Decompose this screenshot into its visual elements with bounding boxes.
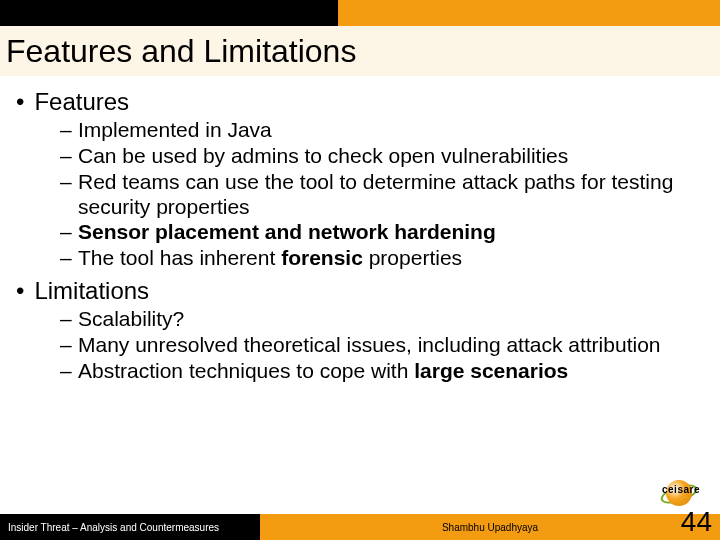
list-item: Can be used by admins to check open vuln… bbox=[60, 144, 704, 169]
slide-title: Features and Limitations bbox=[6, 33, 356, 70]
list-item: Abstraction techniques to cope with larg… bbox=[60, 359, 704, 384]
text-segment: Scalability? bbox=[78, 307, 184, 330]
text-segment: Abstraction techniques to cope with bbox=[78, 359, 414, 382]
text-segment: The tool has inherent bbox=[78, 246, 281, 269]
list-item: Red teams can use the tool to determine … bbox=[60, 170, 704, 220]
text-segment: properties bbox=[363, 246, 462, 269]
sub-list: Implemented in JavaCan be used by admins… bbox=[60, 118, 704, 271]
title-band: Features and Limitations bbox=[0, 26, 720, 76]
text-segment: forensic bbox=[281, 246, 363, 269]
list-item: Many unresolved theoretical issues, incl… bbox=[60, 333, 704, 358]
top-bar bbox=[0, 0, 720, 26]
list-item: The tool has inherent forensic propertie… bbox=[60, 246, 704, 271]
section-heading: Features bbox=[16, 88, 704, 116]
footer-author: Shambhu Upadhyaya bbox=[260, 522, 720, 533]
logo: ceisare bbox=[662, 476, 708, 510]
list-item: Implemented in Java bbox=[60, 118, 704, 143]
list-item: Sensor placement and network hardening bbox=[60, 220, 704, 245]
content-area: FeaturesImplemented in JavaCan be used b… bbox=[16, 84, 704, 390]
page-number: 44 bbox=[681, 506, 712, 538]
top-bar-black bbox=[0, 0, 338, 26]
list-item: Scalability? bbox=[60, 307, 704, 332]
text-segment: Red teams can use the tool to determine … bbox=[78, 170, 673, 218]
top-bar-orange bbox=[338, 0, 720, 26]
section-heading: Limitations bbox=[16, 277, 704, 305]
text-segment: Implemented in Java bbox=[78, 118, 272, 141]
text-segment: Sensor placement and network hardening bbox=[78, 220, 496, 243]
footer-left-text: Insider Threat – Analysis and Countermea… bbox=[0, 522, 260, 533]
text-segment: Can be used by admins to check open vuln… bbox=[78, 144, 568, 167]
footer-bar: Insider Threat – Analysis and Countermea… bbox=[0, 514, 720, 540]
text-segment: large scenarios bbox=[414, 359, 568, 382]
text-segment: Many unresolved theoretical issues, incl… bbox=[78, 333, 660, 356]
section-heading-text: Features bbox=[34, 88, 129, 116]
section-heading-text: Limitations bbox=[34, 277, 149, 305]
logo-text: ceisare bbox=[662, 484, 708, 495]
sub-list: Scalability?Many unresolved theoretical … bbox=[60, 307, 704, 383]
slide: Features and Limitations FeaturesImpleme… bbox=[0, 0, 720, 540]
